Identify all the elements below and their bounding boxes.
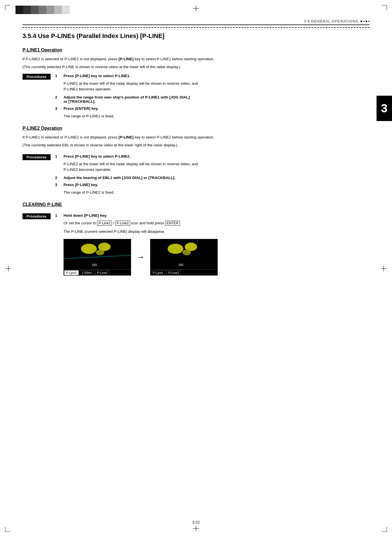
status2-pline2: P-Line2 [166, 270, 181, 275]
radar-content-2: 180 [150, 239, 218, 269]
pline1-intro1: If P-LINE2 is selected or P-LINE1 is not… [22, 56, 370, 62]
corner-mark-bl [5, 527, 10, 532]
pline2-intro2: (The currently selected EBL is shown in … [22, 142, 370, 148]
pline2-intro1: If P-LINE1 is selected or P-LINE2 is not… [22, 134, 370, 140]
pline1-procedures-block: Procedures 1 Press [P-LINE] key to selec… [22, 74, 370, 122]
pline1-step-2: 2 Adjust the range from own ship's posit… [55, 95, 370, 104]
svg-point-34 [183, 250, 191, 255]
radar-status-bar-2: P-Line1 P-Line2 [150, 269, 218, 276]
page-container: 3 3.5 GENERAL OPERATIONS 3.5.4 Use P-LIN… [0, 0, 392, 537]
pline2-box: P-Line2 [115, 221, 130, 226]
status-pline1-active: P-Line1 [64, 270, 79, 275]
pline2-section: P-LINE2 Operation If P-LINE1 is selected… [22, 126, 370, 148]
main-content: 3.5.4 Use P-LINEs (Parallel Index Lines)… [22, 32, 370, 279]
corner-mark-tr [382, 5, 387, 10]
clearing-procedures-content: 1 Hold down [P-LINE] key. Or set the cur… [55, 213, 370, 276]
header-dot-1 [361, 21, 362, 22]
enter-box: ENTER [165, 221, 180, 226]
pline1-procedures-badge: Procedures [22, 74, 51, 80]
pline1-step3-text: Press [ENTER] key. [64, 106, 370, 111]
svg-point-18 [81, 244, 97, 254]
pline2-step3-text: Press [P-LINE] key. [64, 183, 370, 187]
pline2-step2-num: 2 [55, 176, 60, 180]
clearing-heading: CLEARING P-LINE [22, 202, 370, 207]
pline1-section: P-LINE1 Operation If P-LINE2 is selected… [22, 48, 370, 70]
corner-mark-br [382, 527, 387, 532]
pline2-procedures-badge: Procedures [22, 154, 51, 160]
pline2-step1-text: Press [P-LINE] key to select P-LINE2. [64, 154, 370, 158]
pline1-heading: P-LINE1 Operation [22, 48, 370, 53]
crosshair-left-icon [6, 266, 11, 271]
status-distance: 1.00km [80, 270, 94, 275]
svg-point-32 [168, 244, 183, 254]
pline2-step-1: 1 Press [P-LINE] key to select P-LINE2. [55, 154, 370, 158]
crosshair-bottom-icon [193, 526, 199, 531]
pline2-step3-desc: The range of P-LINE2 is fixed. [64, 190, 370, 195]
corner-mark-tl [5, 5, 10, 10]
radar-image-2: 180 P-Line1 P-Line2 [150, 239, 218, 276]
pline2-step3-num: 3 [55, 183, 60, 187]
pline1-procedures-content: 1 Press [P-LINE] key to select P-LINE1. … [55, 74, 370, 122]
clearing-step1-num: 1 [55, 213, 60, 218]
clearing-step1-text: Hold down [P-LINE] key. [64, 213, 370, 218]
color-bar [15, 6, 77, 14]
pline1-step3-num: 3 [55, 106, 60, 111]
arrow-icon: → [137, 253, 145, 262]
pline2-procedures-block: Procedures 1 Press [P-LINE] key to selec… [22, 154, 370, 198]
section-title: 3.5.4 Use P-LINEs (Parallel Index Lines)… [22, 32, 370, 40]
svg-text:180: 180 [178, 263, 183, 267]
header-dot-2 [363, 21, 364, 22]
pline2-step-3: 3 Press [P-LINE] key. [55, 183, 370, 187]
pline2-procedures-content: 1 Press [P-LINE] key to select P-LINE2. … [55, 154, 370, 198]
header-line: 3.5 GENERAL OPERATIONS [22, 19, 370, 25]
pline1-intro2: (The currently selected P-LINE is shown … [22, 64, 370, 70]
pline2-heading: P-LINE2 Operation [22, 126, 370, 131]
pline2-step1-desc: P-LINE2 at the lower left of the radar d… [64, 161, 370, 173]
pline2-step-2: 2 Adjust the bearing of EBL1 with [JOG D… [55, 176, 370, 180]
clearing-step1-desc1: Or set the cursor to P-Line1 / P-Line2 i… [64, 220, 370, 226]
header-dot-4 [368, 21, 370, 22]
pline1-step2-num: 2 [55, 95, 60, 99]
header-dots [361, 21, 370, 22]
crosshair-right-icon [381, 266, 386, 271]
radar-content-1: 180 [64, 239, 131, 269]
clearing-procedures-block: Procedures 1 Hold down [P-LINE] key. Or … [22, 213, 370, 276]
clearing-section: CLEARING P-LINE [22, 202, 370, 207]
crosshair-top-icon [193, 6, 199, 11]
pline1-step1-num: 1 [55, 74, 60, 78]
pline1-step-1: 1 Press [P-LINE] key to select P-LINE1. [55, 74, 370, 78]
radar-status-bar-1: P-Line1 1.00km P-Line2 [64, 269, 131, 276]
pline2-step1-num: 1 [55, 154, 60, 158]
page-number: 3-22 [192, 520, 200, 524]
svg-text:180: 180 [92, 263, 97, 267]
svg-point-20 [96, 250, 104, 255]
header-section-text: 3.5 GENERAL OPERATIONS [304, 19, 358, 23]
images-row: 180 P-Line1 1.00km [64, 239, 370, 276]
clearing-step-1: 1 Hold down [P-LINE] key. [55, 213, 370, 218]
chapter-tab: 3 [377, 96, 392, 121]
clearing-procedures-badge: Procedures [22, 213, 51, 219]
status-pline2: P-Line2 [95, 270, 110, 275]
radar-image-1: 180 P-Line1 1.00km [64, 239, 131, 276]
page-header: 3.5 GENERAL OPERATIONS [22, 19, 370, 33]
status2-pline1: P-Line1 [151, 270, 165, 275]
pline1-step1-text: Press [P-LINE] key to select P-LINE1. [64, 74, 370, 78]
pline1-step-3: 3 Press [ENTER] key. [55, 106, 370, 111]
pline1-step3-desc: The range of P-LINE1 is fixed. [64, 113, 370, 119]
dashed-divider [22, 27, 370, 28]
header-dot-3 [366, 21, 367, 22]
chapter-number: 3 [381, 102, 388, 115]
pline1-step1-desc: P-LINE1 at the lower left of the radar d… [64, 81, 370, 92]
pline2-step2-text: Adjust the bearing of EBL1 with [JOG DIA… [64, 176, 370, 180]
clearing-step1-desc2: The P-LINE (current selected P-LINE) dis… [64, 229, 370, 234]
pline1-box: P-Line1 [97, 221, 112, 226]
pline1-step2-text: Adjust the range from own ship's positio… [64, 95, 370, 104]
